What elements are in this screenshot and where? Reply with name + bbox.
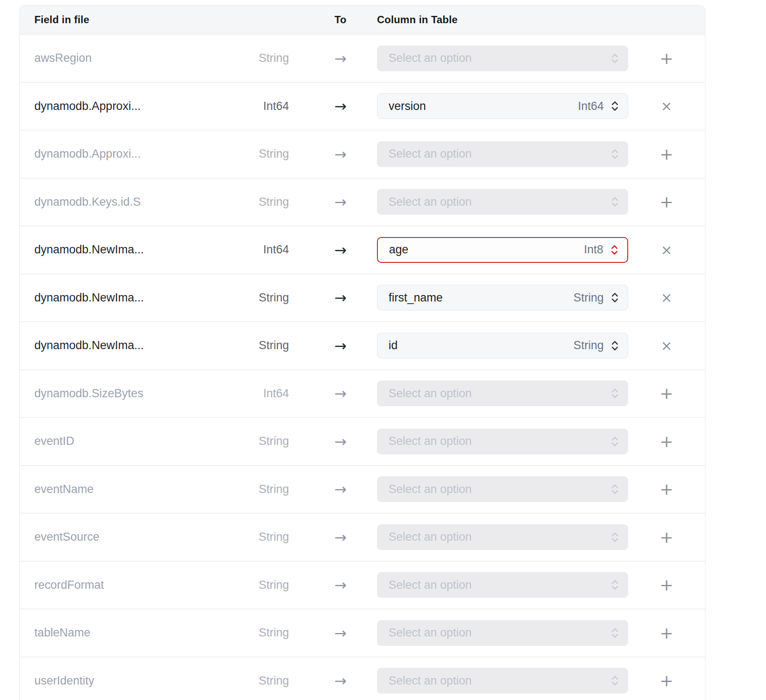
column-select: Select an option [377,429,628,454]
remove-mapping-button[interactable]: × [655,336,678,355]
column-select: Select an option [377,572,628,598]
arrow-right-icon: → [334,243,347,257]
column-select-value: Select an option [389,147,604,161]
chevron-up-down-icon [611,531,619,544]
chevron-up-down-icon [611,435,619,448]
column-select[interactable]: age Int8 [377,237,628,263]
remove-mapping-button[interactable]: × [655,97,678,116]
field-name-label: dynamodb.Approxi... [34,100,259,113]
header-to: To [334,14,347,26]
column-select-value: Select an option [389,674,604,688]
column-select: Select an option [377,668,628,694]
chevron-up-down-icon [611,100,619,113]
add-mapping-button[interactable]: + [654,670,680,691]
arrow-right-icon: → [334,51,347,66]
field-name-label: eventName [34,483,259,496]
add-mapping-button[interactable]: + [654,478,680,500]
add-mapping-button[interactable]: + [654,622,680,644]
field-name-label: recordFormat [34,578,259,592]
arrow-right-icon: → [334,386,347,401]
remove-mapping-button[interactable]: × [655,288,678,307]
field-type-label: String [258,195,289,209]
chevron-up-down-icon [611,148,619,161]
arrow-right-icon: → [334,99,347,113]
column-select-value: Select an option [389,626,604,639]
column-select: Select an option [377,524,628,550]
field-type-label: String [258,291,289,304]
field-type-label: String [258,674,289,688]
field-type-label: String [258,52,289,65]
arrow-right-icon: → [334,195,347,209]
field-name-label: dynamodb.SizeBytes [34,387,259,400]
chevron-up-down-icon [611,627,619,639]
column-select-value: Select an option [389,530,604,544]
field-name-label: tableName [34,626,259,639]
field-type-label: String [258,435,289,448]
field-type-label: Int64 [263,243,289,256]
chevron-up-down-icon [611,52,619,65]
add-mapping-button[interactable]: + [654,574,680,596]
field-name-label: awsRegion [34,52,259,65]
table-row: eventSource String → Select an option + [20,513,705,561]
add-mapping-button[interactable]: + [654,143,680,165]
table-row: dynamodb.Approxi... String → Select an o… [20,130,705,178]
table-row: eventID String → Select an option + [20,417,705,465]
header-field-in-file: Field in file [34,14,259,26]
chevron-up-down-icon [611,483,619,496]
table-row: eventName String → Select an option + [20,465,705,513]
table-row: dynamodb.Keys.id.S String → Select an op… [20,178,705,226]
arrow-right-icon: → [334,434,347,449]
field-type-label: String [258,530,289,544]
field-name-label: dynamodb.NewIma... [34,291,259,304]
column-select[interactable]: version Int64 [377,93,628,119]
field-type-label: String [258,578,289,592]
column-select-value: id [389,339,573,352]
column-select: Select an option [377,620,628,646]
field-type-label: Int64 [263,387,289,400]
field-type-label: Int64 [263,100,289,113]
chevron-up-down-icon [611,291,619,304]
column-select[interactable]: id String [377,333,628,359]
column-select[interactable]: first_name String [377,285,628,310]
field-type-label: String [258,147,289,161]
column-type-label: Int8 [584,243,603,256]
arrow-right-icon: → [334,147,347,161]
remove-mapping-button[interactable]: × [655,240,678,259]
column-select: Select an option [377,380,628,406]
column-select-value: age [389,243,584,256]
table-row: dynamodb.NewIma... String → first_name S… [20,274,705,322]
column-select-value: Select an option [389,387,604,400]
column-type-label: String [573,291,604,304]
arrow-right-icon: → [334,626,347,640]
chevron-up-down-icon [611,578,619,591]
table-row: dynamodb.NewIma... String → id String × [20,321,705,369]
arrow-right-icon: → [334,338,347,353]
column-select-value: Select an option [389,52,604,65]
arrow-right-icon: → [334,578,347,592]
table-row: awsRegion String → Select an option + [20,35,705,82]
column-select-value: first_name [389,291,573,304]
add-mapping-button[interactable]: + [654,527,680,548]
field-type-label: String [258,483,289,496]
add-mapping-button[interactable]: + [654,48,680,69]
add-mapping-button[interactable]: + [654,431,680,452]
field-name-label: eventSource [34,530,259,544]
chevron-up-down-icon [610,243,619,256]
mapping-table-body: awsRegion String → Select an option + dy… [20,35,705,700]
column-select: Select an option [377,46,628,71]
column-select-value: Select an option [389,435,604,448]
column-select-value: Select an option [389,195,604,209]
field-name-label: eventID [34,435,259,448]
field-name-label: dynamodb.NewIma... [34,243,259,256]
add-mapping-button[interactable]: + [654,191,680,213]
table-row: userIdentity String → Select an option + [20,657,705,700]
field-type-label: String [258,626,289,639]
table-row: dynamodb.SizeBytes Int64 → Select an opt… [20,369,705,417]
chevron-up-down-icon [611,387,619,400]
chevron-up-down-icon [611,195,619,208]
column-select-value: Select an option [389,483,604,496]
field-name-label: dynamodb.Keys.id.S [34,195,259,209]
add-mapping-button[interactable]: + [654,383,680,404]
chevron-up-down-icon [611,674,619,687]
arrow-right-icon: → [334,482,347,496]
